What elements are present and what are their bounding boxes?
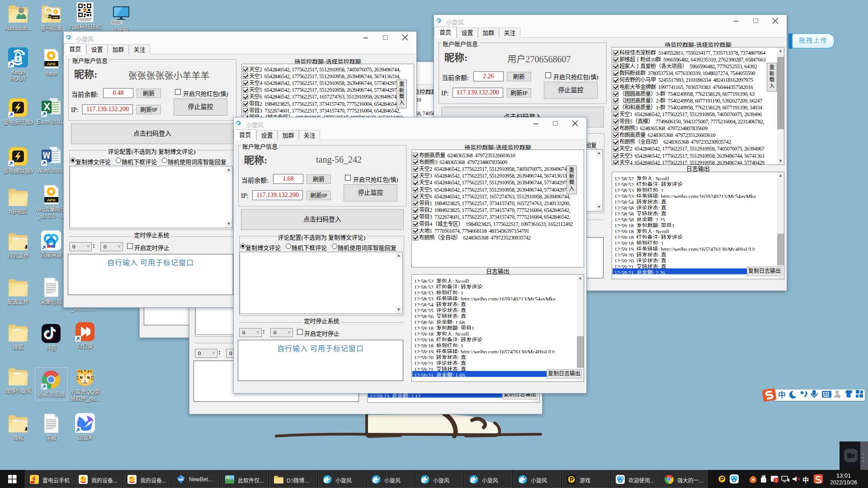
- svg-text:APK: APK: [47, 197, 56, 202]
- svg-text:2: 2: [838, 394, 841, 399]
- svg-text:WIN: WIN: [178, 478, 184, 481]
- svg-text:APK: APK: [47, 61, 56, 66]
- svg-text:APK: APK: [53, 16, 59, 19]
- svg-text:中: 中: [778, 390, 786, 399]
- svg-text:!: !: [776, 478, 777, 483]
